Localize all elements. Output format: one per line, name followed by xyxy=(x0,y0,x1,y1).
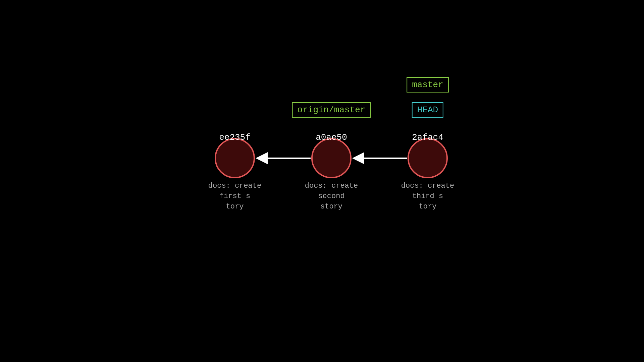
diagram-container: ee235f docs: create first story a0ae50 d… xyxy=(0,0,644,362)
ref-head: HEAD xyxy=(412,102,443,118)
arrow-head-2 xyxy=(352,152,364,164)
commit-hash-3: 2afac4 xyxy=(412,132,443,142)
ref-origin-master: origin/master xyxy=(292,102,371,118)
arrow-2 xyxy=(352,152,407,164)
arrow-line-2 xyxy=(364,158,407,159)
commit-message-3: docs: create third story xyxy=(394,181,461,212)
arrow-1 xyxy=(256,152,311,164)
arrow-line-1 xyxy=(268,158,311,159)
commit-hash-1: ee235f xyxy=(219,132,251,142)
arrow-head-1 xyxy=(256,152,268,164)
commit-hash-2: a0ae50 xyxy=(316,132,347,142)
commit-node-2 xyxy=(311,138,352,178)
commit-node-1 xyxy=(215,138,255,178)
ref-master: master xyxy=(407,77,449,93)
commit-node-3 xyxy=(408,138,448,178)
commit-message-2: docs: create secondstory xyxy=(298,181,365,212)
commit-message-1: docs: create first story xyxy=(201,181,268,212)
